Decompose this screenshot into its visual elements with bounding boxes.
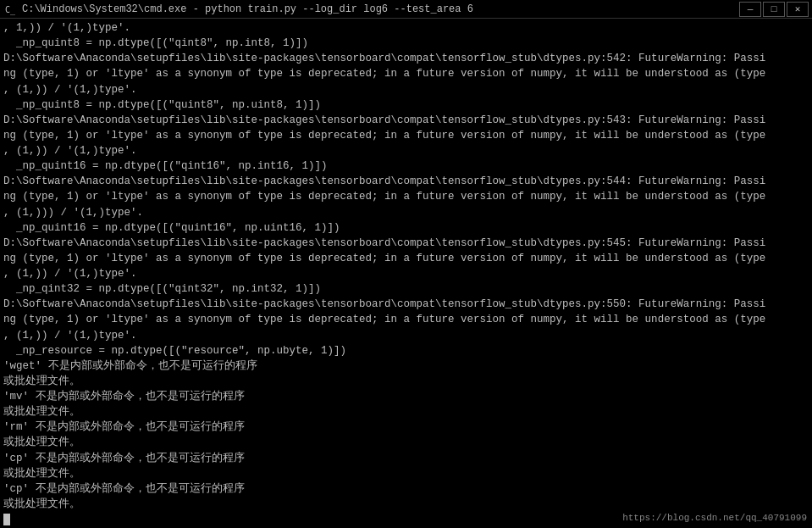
maximize-button[interactable]: □ — [763, 2, 785, 17]
console-line: , (1,))) / '(1,)type'. — [3, 205, 809, 220]
window-title: C:\Windows\System32\cmd.exe - python tra… — [22, 3, 473, 15]
console-line: 'cp' 不是内部或外部命令，也不是可运行的程序 — [3, 451, 809, 466]
console-line: ng (type, 1) or 'ltype' as a synonym of … — [3, 251, 809, 266]
console-line: ng (type, 1) or 'ltype' as a synonym of … — [3, 66, 809, 81]
console-line: _np_quint16 = np.dtype([("qint16", np.in… — [3, 158, 809, 174]
console-line: 或批处理文件。 — [3, 374, 809, 389]
title-bar: C_ C:\Windows\System32\cmd.exe - python … — [0, 0, 812, 19]
cursor — [3, 514, 10, 525]
minimize-button[interactable]: — — [739, 2, 761, 17]
console-line: D:\Software\Anaconda\setupfiles\lib\site… — [3, 113, 809, 128]
watermark: https://blog.csdn.net/qq_40791099 — [622, 513, 807, 523]
console-line: ng (type, 1) or 'ltype' as a synonym of … — [3, 312, 809, 327]
console-line: 'mv' 不是内部或外部命令，也不是可运行的程序 — [3, 389, 809, 404]
console-line: D:\Software\Anaconda\setupfiles\lib\site… — [3, 174, 809, 189]
console-line: _np_resource = np.dtype([("resource", np… — [3, 343, 809, 358]
console-line: 或批处理文件。 — [3, 435, 809, 450]
console-line: ng (type, 1) or 'ltype' as a synonym of … — [3, 128, 809, 143]
console-line: _np_quint8 = np.dtype([("quint8", np.uin… — [3, 97, 809, 113]
console-line: D:\Software\Anaconda\setupfiles\lib\site… — [3, 236, 809, 251]
console-output: , 1,)) / '(1,)type'. _np_quint8 = np.dty… — [3, 20, 809, 527]
svg-text:C_: C_ — [5, 5, 16, 15]
console-line: 或批处理文件。 — [3, 497, 809, 512]
title-bar-left: C_ C:\Windows\System32\cmd.exe - python … — [3, 3, 473, 16]
console-line: , 1,)) / '(1,)type'. — [3, 20, 809, 36]
console-line: _np_quint8 = np.dtype([("qint8", np.int8… — [3, 36, 809, 51]
console-line: 或批处理文件。 — [3, 404, 809, 420]
window-controls: — □ ✕ — [739, 2, 809, 17]
console-line: D:\Software\Anaconda\setupfiles\lib\site… — [3, 51, 809, 66]
console-line: 或批处理文件。 — [3, 466, 809, 481]
close-button[interactable]: ✕ — [787, 2, 809, 17]
console-line: _np_quint16 = np.dtype([("quint16", np.u… — [3, 220, 809, 236]
console-line: D:\Software\Anaconda\setupfiles\lib\site… — [3, 297, 809, 312]
console-line: , (1,)) / '(1,)type'. — [3, 143, 809, 158]
console-line: , (1,)) / '(1,)type'. — [3, 328, 809, 343]
console-line: ng (type, 1) or 'ltype' as a synonym of … — [3, 189, 809, 204]
console-line: 'rm' 不是内部或外部命令，也不是可运行的程序 — [3, 420, 809, 435]
console-line: 'wget' 不是内部或外部命令，也不是可运行的程序 — [3, 358, 809, 374]
console-line: , (1,)) / '(1,)type'. — [3, 82, 809, 97]
console-line: _np_qint32 = np.dtype([("qint32", np.int… — [3, 281, 809, 297]
console-area: , 1,)) / '(1,)type'. _np_quint8 = np.dty… — [0, 19, 812, 528]
console-line: , (1,)) / '(1,)type'. — [3, 266, 809, 281]
cmd-icon: C_ — [3, 3, 17, 16]
console-line: 'cp' 不是内部或外部命令，也不是可运行的程序 — [3, 481, 809, 497]
